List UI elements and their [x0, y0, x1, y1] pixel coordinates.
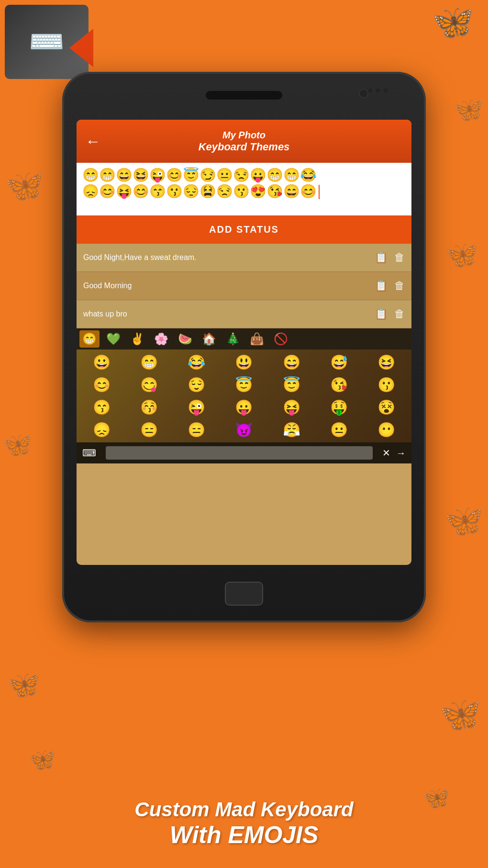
- kbd-emoji[interactable]: 😋: [126, 374, 172, 395]
- delete-icon-1[interactable]: 🗑: [394, 251, 405, 264]
- status-actions-1: 📋 🗑: [375, 251, 405, 264]
- header-title: My Photo Keyboard Themes: [199, 129, 290, 153]
- keyboard-switch-icon[interactable]: ⌨: [82, 447, 96, 459]
- kbd-emoji[interactable]: 😝: [268, 396, 315, 418]
- kbd-emoji[interactable]: 😘: [316, 374, 362, 395]
- kbd-emoji[interactable]: 😑: [173, 419, 220, 440]
- kbd-emoji[interactable]: 😄: [268, 351, 315, 373]
- kbd-emoji[interactable]: 😐: [316, 419, 362, 440]
- emoji-row-1: 😁😁😄😆😜😊😇😏😐😒😛😁😁😂: [82, 169, 406, 182]
- bottom-section: Custom Mad Keyboard With EMOJIS: [0, 779, 488, 868]
- kbd-emoji[interactable]: 🤑: [316, 396, 362, 418]
- kbd-emoji[interactable]: 😈: [221, 419, 267, 440]
- kbd-emoji[interactable]: 😗: [363, 374, 410, 395]
- kbd-emoji[interactable]: 😇: [268, 374, 315, 395]
- status-text-2: Good Morning: [83, 282, 375, 290]
- keyboard-tab-bag[interactable]: 👜: [247, 330, 267, 348]
- footer-line2: With EMOJIS: [29, 821, 459, 849]
- phone-sensors: [368, 89, 388, 92]
- status-actions-3: 📋 🗑: [375, 308, 405, 320]
- ribbon-arrow: [69, 29, 93, 67]
- kbd-emoji[interactable]: 😇: [221, 374, 267, 395]
- phone-camera: [359, 89, 368, 98]
- butterfly-mid-left: 🦋: [5, 168, 44, 204]
- kbd-emoji[interactable]: 😀: [78, 351, 125, 373]
- app-header: ← My Photo Keyboard Themes: [77, 120, 411, 163]
- kbd-emoji[interactable]: 😌: [173, 374, 220, 395]
- status-actions-2: 📋 🗑: [375, 280, 405, 292]
- kbd-emoji[interactable]: 😞: [78, 419, 125, 440]
- status-item-1[interactable]: Good Night,Have a sweat dream. 📋 🗑: [77, 244, 411, 272]
- header-line2: Keyboard Themes: [199, 141, 290, 153]
- kbd-emoji[interactable]: 😚: [126, 396, 172, 418]
- edit-icon-2[interactable]: 📋: [375, 280, 388, 292]
- status-text-3: whats up bro: [83, 310, 375, 318]
- text-cursor: [319, 185, 320, 199]
- kbd-emoji[interactable]: 😃: [221, 351, 267, 373]
- keyboard-tab-home[interactable]: 🏠: [199, 330, 219, 348]
- kbd-emoji[interactable]: 😙: [78, 396, 125, 418]
- butterfly-bottom-right: 🦋: [439, 695, 481, 734]
- header-line1: My Photo: [199, 129, 290, 141]
- butterfly-left-2: 🦋: [2, 431, 32, 459]
- keyboard-tab-hearts[interactable]: 💚: [103, 330, 123, 348]
- keyboard-tab-tree[interactable]: 🎄: [223, 330, 243, 348]
- status-item-3[interactable]: whats up bro 📋 🗑: [77, 300, 411, 328]
- keyboard-tab-emoji[interactable]: 😁: [79, 330, 100, 348]
- emoji-input-area[interactable]: 😁😁😄😆😜😊😇😏😐😒😛😁😁😂 😞😊😝😊😙😗😔😫😒😗😍😘😄😊: [77, 163, 411, 215]
- home-button[interactable]: [225, 582, 263, 606]
- delete-icon-2[interactable]: 🗑: [394, 280, 405, 292]
- add-status-button[interactable]: ADD STATUS: [77, 215, 411, 244]
- butterfly-right-2: 🦋: [445, 239, 478, 271]
- butterfly-bottom-left-2: 🦋: [29, 747, 55, 772]
- keyboard-emoji-grid: 😀 😁 😂 😃 😄 😅 😆 😊 😋 😌 😇 😇 😘 😗 😙 😚 😜: [77, 349, 411, 442]
- footer-line1: Custom Mad Keyboard: [29, 798, 459, 821]
- kbd-emoji[interactable]: 😑: [126, 419, 172, 440]
- keyboard-bottom-bar: ⌨ ✕ →: [77, 442, 411, 463]
- kbd-emoji[interactable]: 😶: [363, 419, 410, 440]
- keyboard-tabs: 😁 💚 ✌ 🌸 🍉 🏠 🎄 👜 🚫: [77, 328, 411, 349]
- emoji-row-2: 😞😊😝😊😙😗😔😫😒😗😍😘😄😊: [82, 185, 406, 199]
- phone-screen: ← My Photo Keyboard Themes 😁😁😄😆😜😊😇😏😐😒😛😁😁…: [77, 120, 411, 565]
- keyboard-enter-icon[interactable]: →: [396, 448, 406, 459]
- kbd-emoji[interactable]: 😤: [268, 419, 315, 440]
- status-list: Good Night,Have a sweat dream. 📋 🗑 Good …: [77, 244, 411, 328]
- kbd-emoji[interactable]: 😛: [221, 396, 267, 418]
- kbd-emoji[interactable]: 😂: [173, 351, 220, 373]
- keyboard-delete-icon[interactable]: ✕: [382, 447, 390, 459]
- kbd-emoji[interactable]: 😅: [316, 351, 362, 373]
- status-text-1: Good Night,Have a sweat dream.: [83, 253, 375, 262]
- kbd-emoji[interactable]: 😁: [126, 351, 172, 373]
- kbd-emoji[interactable]: 😆: [363, 351, 410, 373]
- butterfly-mid-right: 🦋: [454, 96, 483, 124]
- kbd-emoji[interactable]: 😊: [78, 374, 125, 395]
- edit-icon-3[interactable]: 📋: [375, 308, 388, 320]
- phone-device: ← My Photo Keyboard Themes 😁😁😄😆😜😊😇😏😐😒😛😁😁…: [62, 72, 426, 622]
- butterfly-bottom-left: 🦋: [7, 669, 40, 700]
- butterfly-top-right: 🦋: [432, 2, 474, 42]
- status-item-2[interactable]: Good Morning 📋 🗑: [77, 272, 411, 300]
- kbd-emoji[interactable]: 😵: [363, 396, 410, 418]
- delete-icon-3[interactable]: 🗑: [394, 308, 405, 320]
- back-button[interactable]: ←: [85, 133, 100, 150]
- keyboard-tab-food[interactable]: 🍉: [175, 330, 195, 348]
- edit-icon-1[interactable]: 📋: [375, 251, 388, 264]
- kbd-emoji[interactable]: 😜: [173, 396, 220, 418]
- butterfly-right-3: 🦋: [444, 503, 483, 539]
- emoji-keyboard: 😁 💚 ✌ 🌸 🍉 🏠 🎄 👜 🚫 😀 😁 😂 😃 😄 😅: [77, 328, 411, 463]
- phone-speaker: [206, 91, 282, 100]
- keyboard-tab-hands[interactable]: ✌: [127, 330, 147, 348]
- space-bar[interactable]: [106, 446, 373, 460]
- keyboard-tab-block[interactable]: 🚫: [271, 330, 291, 348]
- keyboard-tab-flowers[interactable]: 🌸: [151, 330, 171, 348]
